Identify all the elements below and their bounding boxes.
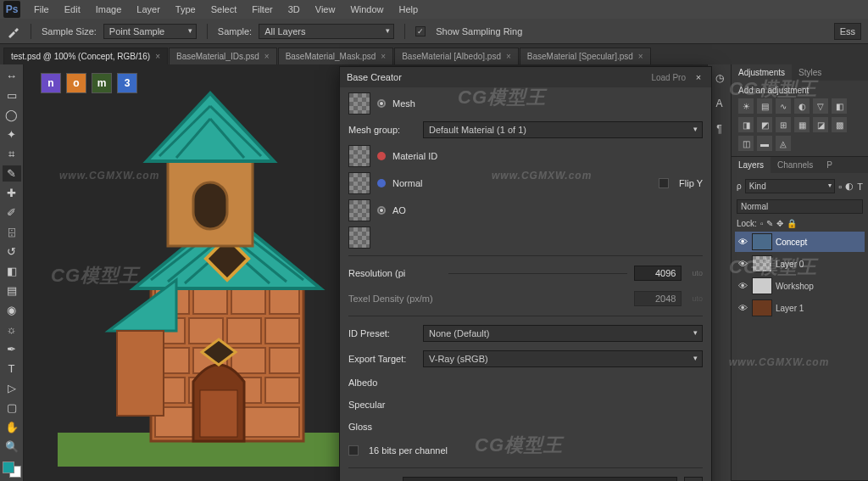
visibility-icon[interactable]: 👁 [737,303,748,313]
stamp-tool[interactable]: ⌹ [3,224,21,240]
menu-filter[interactable]: Filter [245,2,279,17]
menu-help[interactable]: Help [392,2,426,17]
layer-row[interactable]: 👁 Layer 1 [735,298,865,318]
eyedropper-tool[interactable]: ✎ [3,165,21,182]
history-icon[interactable]: ◷ [711,70,728,87]
sample-dropdown[interactable]: All Layers [259,24,394,39]
ext-icon-n[interactable]: n [41,73,61,93]
exposure-icon[interactable]: ◐ [794,98,810,114]
dialog-titlebar[interactable]: Base Creator Load Pro × [340,67,711,87]
posterize-icon[interactable]: ▩ [832,117,847,132]
ao-thumb[interactable] [348,199,370,221]
brightness-icon[interactable]: ☀ [738,98,754,114]
tab-channels[interactable]: Channels [771,157,820,173]
layer-kind-dropdown[interactable]: Kind [745,179,836,193]
sampling-ring-checkbox[interactable] [415,26,426,36]
path-select-tool[interactable]: ▷ [3,380,21,396]
tab-ids[interactable]: BaseMaterial_IDs.psd× [169,48,277,64]
layer-name[interactable]: Concept [776,238,863,247]
crop-tool[interactable]: ⌗ [3,146,21,162]
tab-layers[interactable]: Layers [732,157,771,173]
save-in-field[interactable] [403,477,677,481]
ext-icon-3[interactable]: 3 [117,73,137,93]
paragraph-icon[interactable]: ¶ [711,120,728,137]
pen-tool[interactable]: ✒ [3,341,21,357]
dodge-tool[interactable]: ☼ [3,322,21,338]
type-tool[interactable]: T [3,361,21,377]
gradient-tool[interactable]: ▤ [3,282,21,299]
layer-name[interactable]: Workshop [776,282,863,291]
healing-tool[interactable]: ✚ [3,185,21,201]
flip-y-checkbox[interactable] [659,178,669,188]
normal-thumb[interactable] [348,172,370,194]
filter-adjust-icon[interactable]: ◐ [845,181,854,192]
ext-icon-o[interactable]: o [66,73,86,93]
menu-select[interactable]: Select [204,2,244,17]
resolution-field[interactable]: 4096 [634,266,682,281]
marquee-tool[interactable]: ▭ [3,87,21,103]
levels-icon[interactable]: ▤ [757,98,772,114]
vibrance-icon[interactable]: ▽ [813,98,828,114]
lock-transparency-icon[interactable]: ▫ [760,219,764,228]
eyedropper-icon[interactable] [7,25,20,38]
layer-name[interactable]: Layer 1 [776,304,863,313]
browse-button[interactable]: ⋯ [684,477,703,481]
ao-radio[interactable] [377,206,386,215]
menu-3d[interactable]: 3D [281,2,307,17]
close-icon[interactable]: × [506,52,511,61]
visibility-icon[interactable]: 👁 [737,237,748,247]
mesh-radio[interactable] [377,99,386,108]
lookup-icon[interactable]: ▦ [794,117,810,132]
menu-layer[interactable]: Layer [130,2,167,17]
close-icon[interactable]: × [264,52,270,61]
wand-tool[interactable]: ✦ [3,126,21,143]
tab-styles[interactable]: Styles [792,64,828,81]
mesh-group-dropdown[interactable]: Default Material (1 of 1) [423,121,703,138]
close-icon[interactable]: × [381,52,386,61]
layer-name[interactable]: Layer 0 [776,260,863,269]
color-swatches[interactable] [3,461,21,478]
curves-icon[interactable]: ∿ [776,98,791,114]
channel-mixer-icon[interactable]: ⊞ [776,117,791,132]
extra-thumb[interactable] [348,227,370,249]
zoom-tool[interactable]: 🔍 [3,439,21,455]
tab-albedo[interactable]: BaseMaterial [Albedo].psd× [394,48,519,64]
close-icon[interactable]: × [693,71,704,83]
lock-all-icon[interactable]: 🔒 [787,219,797,228]
mesh-thumb[interactable] [348,92,370,115]
menu-window[interactable]: Window [343,2,390,17]
menu-file[interactable]: File [27,2,56,17]
id-preset-dropdown[interactable]: None (Default) [423,325,703,342]
menu-view[interactable]: View [309,2,342,17]
tab-paths[interactable]: P [820,157,839,173]
hand-tool[interactable]: ✋ [3,419,21,435]
filter-type-icon[interactable]: T [857,182,863,192]
lock-pixels-icon[interactable]: ✎ [766,219,773,228]
threshold-icon[interactable]: ◫ [738,136,754,151]
blur-tool[interactable]: ◉ [3,302,21,318]
lock-position-icon[interactable]: ✥ [776,219,783,228]
visibility-icon[interactable]: 👁 [737,259,748,269]
tab-adjustments[interactable]: Adjustments [732,64,792,81]
bits-checkbox[interactable] [348,445,359,456]
close-icon[interactable]: × [638,52,643,61]
menu-edit[interactable]: Edit [58,2,87,17]
filter-pixel-icon[interactable]: ▫ [838,182,842,192]
load-project-link[interactable]: Load Pro [651,73,686,82]
workspace-switcher[interactable]: Ess [834,23,861,40]
eraser-tool[interactable]: ◧ [3,263,21,279]
history-brush-tool[interactable]: ↺ [3,243,21,260]
layer-row[interactable]: 👁 Layer 0 [735,254,865,274]
invert-icon[interactable]: ◪ [813,117,828,132]
layer-row[interactable]: 👁 Concept [735,232,865,252]
shape-tool[interactable]: ▢ [3,400,21,416]
move-tool[interactable]: ↔ [3,68,21,84]
close-icon[interactable]: × [155,52,160,61]
hue-icon[interactable]: ◧ [832,98,847,114]
ext-icon-m[interactable]: m [92,73,112,93]
foreground-color[interactable] [3,461,14,473]
tab-specular[interactable]: BaseMaterial [Specular].psd× [520,48,651,64]
gradient-map-icon[interactable]: ▬ [757,136,772,151]
menu-type[interactable]: Type [169,2,203,17]
tab-mask[interactable]: BaseMaterial_Mask.psd× [278,48,394,64]
